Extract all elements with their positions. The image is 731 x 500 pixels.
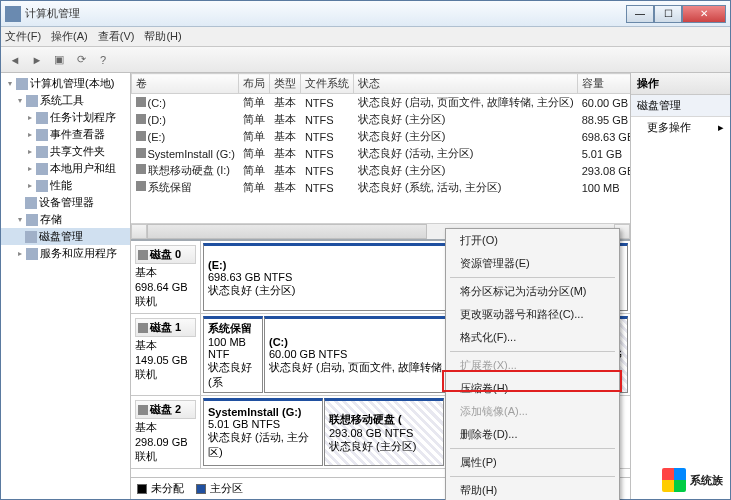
col-type[interactable]: 类型 — [270, 74, 301, 94]
menu-separator — [450, 351, 615, 352]
tree-pane: ▾计算机管理(本地) ▾系统工具 ▸任务计划程序 ▸事件查看器 ▸共享文件夹 ▸… — [1, 73, 131, 499]
actions-category[interactable]: 磁盘管理 — [631, 95, 730, 117]
expander-icon[interactable]: ▾ — [15, 215, 24, 224]
volume-icon — [136, 148, 146, 158]
expander-icon[interactable]: ▾ — [5, 79, 14, 88]
app-icon — [5, 6, 21, 22]
expander-icon[interactable]: ▸ — [25, 113, 34, 122]
chevron-right-icon: ▸ — [718, 121, 724, 134]
legend-unallocated: 未分配 — [137, 481, 184, 496]
minimize-button[interactable]: — — [626, 5, 654, 23]
maximize-button[interactable]: ☐ — [654, 5, 682, 23]
ctx-extend: 扩展卷(X)... — [446, 354, 619, 377]
table-row[interactable]: (D:)简单基本NTFS状态良好 (主分区)88.95 GB49.63 GB56… — [132, 111, 631, 128]
scroll-left-button[interactable] — [131, 224, 147, 239]
back-button[interactable]: ◄ — [5, 50, 25, 70]
volume-icon — [136, 97, 146, 107]
partition-g[interactable]: SystemInstall (G:) 5.01 GB NTFS 状态良好 (活动… — [203, 398, 323, 466]
legend-swatch — [196, 484, 206, 494]
col-volume[interactable]: 卷 — [132, 74, 239, 94]
ctx-format[interactable]: 格式化(F)... — [446, 326, 619, 349]
storage-icon — [26, 214, 38, 226]
expander-icon[interactable]: ▸ — [25, 181, 34, 190]
ctx-properties[interactable]: 属性(P) — [446, 451, 619, 474]
table-row[interactable]: 系统保留简单基本NTFS状态良好 (系统, 活动, 主分区)100 MB71 M… — [132, 179, 631, 196]
expander-icon[interactable]: ▸ — [25, 130, 34, 139]
menu-action[interactable]: 操作(A) — [51, 29, 88, 44]
perf-icon — [36, 180, 48, 192]
tree-event-viewer[interactable]: ▸事件查看器 — [1, 126, 130, 143]
table-row[interactable]: SystemInstall (G:)简单基本NTFS状态良好 (活动, 主分区)… — [132, 145, 631, 162]
tree-device-manager[interactable]: 设备管理器 — [1, 194, 130, 211]
volume-icon — [136, 131, 146, 141]
menu-view[interactable]: 查看(V) — [98, 29, 135, 44]
partition-reserved[interactable]: 系统保留 100 MB NTF 状态良好 (系 — [203, 316, 263, 393]
expander-icon[interactable]: ▸ — [15, 249, 24, 258]
volume-icon — [136, 164, 146, 174]
computer-icon — [16, 78, 28, 90]
disk-icon — [25, 231, 37, 243]
tree-disk-management[interactable]: 磁盘管理 — [1, 228, 130, 245]
ctx-open[interactable]: 打开(O) — [446, 229, 619, 252]
tree-performance[interactable]: ▸性能 — [1, 177, 130, 194]
tree-task-scheduler[interactable]: ▸任务计划程序 — [1, 109, 130, 126]
watermark-icon — [662, 468, 686, 492]
legend-primary: 主分区 — [196, 481, 243, 496]
tree-system-tools[interactable]: ▾系统工具 — [1, 92, 130, 109]
disk-info-1[interactable]: 磁盘 1 基本 149.05 GB 联机 — [131, 314, 201, 395]
app-window: 计算机管理 — ☐ ✕ 文件(F) 操作(A) 查看(V) 帮助(H) ◄ ► … — [0, 0, 731, 500]
volume-icon — [136, 181, 146, 191]
tree-storage[interactable]: ▾存储 — [1, 211, 130, 228]
menubar: 文件(F) 操作(A) 查看(V) 帮助(H) — [1, 27, 730, 47]
actions-more[interactable]: 更多操作▸ — [631, 117, 730, 138]
users-icon — [36, 163, 48, 175]
ctx-explore[interactable]: 资源管理器(E) — [446, 252, 619, 275]
col-capacity[interactable]: 容量 — [578, 74, 630, 94]
watermark: 系统族 — [662, 468, 723, 492]
ctx-help[interactable]: 帮助(H) — [446, 479, 619, 500]
scroll-thumb[interactable] — [147, 224, 427, 239]
col-status[interactable]: 状态 — [354, 74, 578, 94]
window-title: 计算机管理 — [25, 6, 626, 21]
expander-icon[interactable]: ▸ — [25, 147, 34, 156]
col-layout[interactable]: 布局 — [239, 74, 270, 94]
ctx-change-letter[interactable]: 更改驱动器号和路径(C)... — [446, 303, 619, 326]
up-button[interactable]: ▣ — [49, 50, 69, 70]
menu-separator — [450, 277, 615, 278]
ctx-delete-volume[interactable]: 删除卷(D)... — [446, 423, 619, 446]
disk-icon — [138, 405, 148, 415]
ctx-mark-active[interactable]: 将分区标记为活动分区(M) — [446, 280, 619, 303]
menu-help[interactable]: 帮助(H) — [144, 29, 181, 44]
ctx-add-mirror: 添加镜像(A)... — [446, 400, 619, 423]
services-icon — [26, 248, 38, 260]
close-button[interactable]: ✕ — [682, 5, 726, 23]
ctx-shrink[interactable]: 压缩卷(H)... — [446, 377, 619, 400]
device-icon — [25, 197, 37, 209]
expander-icon[interactable]: ▾ — [15, 96, 24, 105]
table-row[interactable]: (E:)简单基本NTFS状态良好 (主分区)698.63 GB242.33 GB… — [132, 128, 631, 145]
menu-separator — [450, 448, 615, 449]
volume-icon — [136, 114, 146, 124]
event-icon — [36, 129, 48, 141]
help-button[interactable]: ? — [93, 50, 113, 70]
forward-button[interactable]: ► — [27, 50, 47, 70]
folder-icon — [36, 146, 48, 158]
toolbar: ◄ ► ▣ ⟳ ? — [1, 47, 730, 73]
disk-info-0[interactable]: 磁盘 0 基本 698.64 GB 联机 — [131, 241, 201, 313]
table-row[interactable]: (C:)简单基本NTFS状态良好 (启动, 页面文件, 故障转储, 主分区)60… — [132, 94, 631, 112]
tools-icon — [26, 95, 38, 107]
tree-root[interactable]: ▾计算机管理(本地) — [1, 75, 130, 92]
disk-icon — [138, 250, 148, 260]
table-row[interactable]: 联想移动硬盘 (I:)简单基本NTFS状态良好 (主分区)293.08 GB26… — [132, 162, 631, 179]
col-filesystem[interactable]: 文件系统 — [301, 74, 354, 94]
partition-i[interactable]: 联想移动硬盘 ( 293.08 GB NTFS 状态良好 (主分区) — [324, 398, 444, 466]
tree-shared-folders[interactable]: ▸共享文件夹 — [1, 143, 130, 160]
menu-file[interactable]: 文件(F) — [5, 29, 41, 44]
tree-services[interactable]: ▸服务和应用程序 — [1, 245, 130, 262]
tree-local-users[interactable]: ▸本地用户和组 — [1, 160, 130, 177]
volume-table: 卷 布局 类型 文件系统 状态 容量 可用空间 % 可用 容 (C:)简单基本N… — [131, 73, 630, 223]
titlebar: 计算机管理 — ☐ ✕ — [1, 1, 730, 27]
refresh-button[interactable]: ⟳ — [71, 50, 91, 70]
disk-info-2[interactable]: 磁盘 2 基本 298.09 GB 联机 — [131, 396, 201, 468]
expander-icon[interactable]: ▸ — [25, 164, 34, 173]
